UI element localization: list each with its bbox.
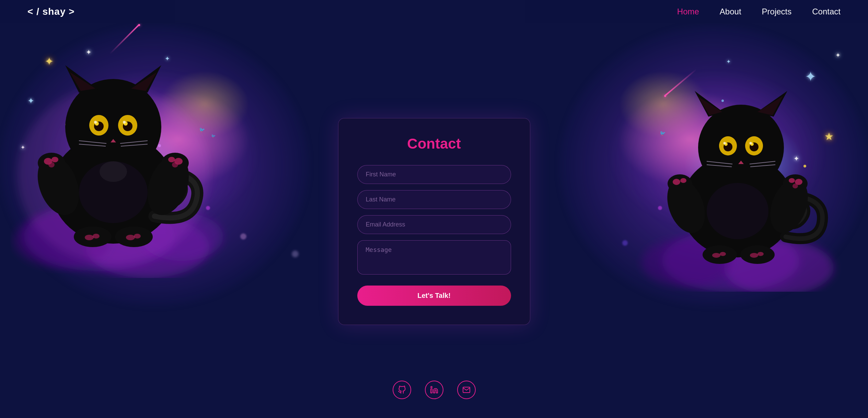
cat-right [635,69,858,292]
navbar: < / shay > Home About Projects Contact [0,0,868,23]
svg-point-27 [51,157,58,162]
contact-title: Contact [357,136,511,152]
last-name-group [357,190,511,209]
nav-item-projects[interactable]: Projects [762,7,792,16]
message-textarea[interactable] [357,240,511,275]
svg-point-57 [724,142,726,144]
svg-point-66 [673,179,680,185]
svg-point-67 [680,178,686,183]
cat-right-svg [635,69,858,292]
svg-point-41 [134,234,141,239]
nav-item-home[interactable]: Home [677,7,699,16]
svg-point-18 [123,121,126,124]
svg-point-71 [789,178,795,183]
cat-left [10,45,244,278]
nav-link-projects[interactable]: Projects [762,7,792,16]
svg-point-46 [698,105,784,190]
svg-point-72 [792,184,798,188]
svg-marker-49 [697,96,722,115]
svg-point-81 [431,386,432,388]
linkedin-button[interactable] [425,381,443,399]
svg-point-6 [65,79,161,175]
github-button[interactable] [393,381,411,399]
submit-button[interactable]: Let's Talk! [357,286,511,306]
dot-7 [292,251,299,257]
cat-left-svg [10,45,244,278]
svg-point-73 [707,183,768,239]
svg-point-28 [48,162,55,167]
linkedin-icon [430,386,438,394]
nav-logo[interactable]: < / shay > [27,6,75,17]
svg-point-40 [126,235,135,240]
svg-point-17 [94,121,97,124]
nav-item-contact[interactable]: Contact [812,7,841,16]
svg-point-35 [100,161,127,182]
svg-point-79 [757,252,764,256]
first-name-group [357,165,511,184]
nav-link-home[interactable]: Home [677,7,699,16]
email-icon [462,386,471,394]
contact-card: Contact Let's Talk! [338,118,530,325]
nav-link-contact[interactable]: Contact [812,7,841,16]
message-group [357,240,511,276]
svg-point-78 [750,253,758,258]
star-r6: ✦ [835,51,841,59]
svg-point-38 [85,235,94,240]
footer-icons [393,381,476,399]
first-name-input[interactable] [357,165,511,184]
svg-rect-80 [431,389,432,393]
github-icon [398,386,406,394]
nav-item-about[interactable]: About [720,7,741,16]
main-scene: ✦ ✦ ✦ ★ ★ ✦ ✦ ✦ ✦ ★ ✦ ★ ✦ ✦ 🐦 🐦 🐦 [0,0,868,418]
svg-point-58 [750,142,752,144]
svg-point-65 [668,174,692,193]
svg-point-77 [720,252,726,256]
svg-point-32 [168,157,175,162]
svg-point-76 [712,253,720,258]
svg-point-39 [93,234,100,239]
last-name-input[interactable] [357,190,511,209]
svg-point-33 [172,162,178,167]
email-input[interactable] [357,215,511,234]
email-group [357,215,511,234]
nav-links: Home About Projects Contact [677,7,841,16]
nav-link-about[interactable]: About [720,7,741,16]
email-button[interactable] [457,381,476,399]
